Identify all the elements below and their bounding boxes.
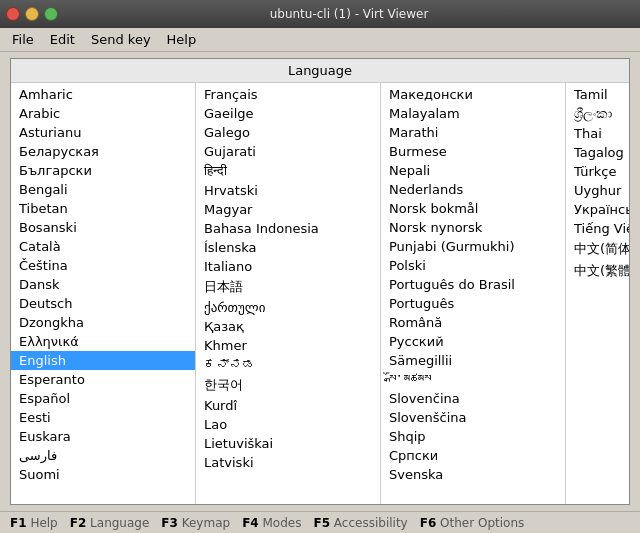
list-item[interactable]: Slovenščina (381, 408, 565, 427)
list-item[interactable]: Polski (381, 256, 565, 275)
menu-edit[interactable]: Edit (42, 30, 83, 49)
menu-sendkey[interactable]: Send key (83, 30, 159, 49)
list-item[interactable]: Íslenska (196, 238, 380, 257)
list-item[interactable]: Tagalog (566, 143, 629, 162)
list-item[interactable]: Ελληνικά (11, 332, 195, 351)
list-item[interactable]: Shqip (381, 427, 565, 446)
list-item[interactable]: Slovenčina (381, 389, 565, 408)
list-item[interactable]: Tamil (566, 85, 629, 104)
list-item[interactable]: Amharic (11, 85, 195, 104)
list-item[interactable]: Nederlands (381, 180, 565, 199)
list-item[interactable]: Tiếng Việt (566, 219, 629, 238)
list-item[interactable]: Eesti (11, 408, 195, 427)
list-item[interactable]: Português do Brasil (381, 275, 565, 294)
list-item[interactable]: ශ්‍රීලංකා (566, 104, 629, 124)
menu-file[interactable]: File (4, 30, 42, 49)
list-item[interactable]: Burmese (381, 142, 565, 161)
list-item[interactable]: 日本語 (196, 276, 380, 298)
list-item[interactable]: Asturianu (11, 123, 195, 142)
list-item[interactable]: Български (11, 161, 195, 180)
list-item[interactable]: Hrvatski (196, 181, 380, 200)
list-item[interactable]: Punjabi (Gurmukhi) (381, 237, 565, 256)
status-f6: F6 Other Options (414, 516, 531, 530)
list-item[interactable]: 中文(繁體) (566, 260, 629, 282)
list-item[interactable]: Latviski (196, 453, 380, 472)
list-item[interactable]: Français (196, 85, 380, 104)
list-item[interactable]: Bahasa Indonesia (196, 219, 380, 238)
list-item[interactable]: Nepali (381, 161, 565, 180)
status-f2: F2 Language (64, 516, 156, 530)
list-item[interactable]: ಕನ್ನಡ (196, 355, 380, 374)
content-area: Language Amharic Arabic Asturianu Белару… (0, 52, 640, 511)
language-grid: Amharic Arabic Asturianu Беларуская Бълг… (11, 83, 629, 504)
status-f3: F3 Keymap (155, 516, 236, 530)
list-item[interactable]: Italiano (196, 257, 380, 276)
list-item[interactable]: Malayalam (381, 104, 565, 123)
menu-help[interactable]: Help (159, 30, 205, 49)
list-item[interactable]: ქართული (196, 298, 380, 317)
list-item[interactable]: Қазақ (196, 317, 380, 336)
list-item[interactable]: Português (381, 294, 565, 313)
list-item[interactable]: فارسی (11, 446, 195, 465)
window-controls (6, 7, 58, 21)
list-item[interactable]: Kurdî (196, 396, 380, 415)
menubar: File Edit Send key Help (0, 28, 640, 52)
list-item[interactable]: Gaeilge (196, 104, 380, 123)
list-item[interactable]: Српски (381, 446, 565, 465)
list-item[interactable]: Svenska (381, 465, 565, 484)
close-button[interactable] (6, 7, 20, 21)
list-item[interactable]: Dansk (11, 275, 195, 294)
list-item[interactable]: Lao (196, 415, 380, 434)
panel-header: Language (11, 59, 629, 83)
list-item[interactable]: Català (11, 237, 195, 256)
list-item[interactable]: Македонски (381, 85, 565, 104)
list-item[interactable]: Galego (196, 123, 380, 142)
list-item[interactable]: Español (11, 389, 195, 408)
list-item[interactable]: Gujarati (196, 142, 380, 161)
list-item[interactable]: Tibetan (11, 199, 195, 218)
list-item[interactable]: Lietuviškai (196, 434, 380, 453)
list-item[interactable]: Русский (381, 332, 565, 351)
status-f4: F4 Modes (236, 516, 307, 530)
list-item[interactable]: 한국어 (196, 374, 380, 396)
list-item[interactable]: Uyghur (566, 181, 629, 200)
language-column-4: Tamil ශ්‍රීලංකා Thai Tagalog Türkçe Uygh… (566, 83, 629, 504)
list-item[interactable]: Marathi (381, 123, 565, 142)
list-item[interactable]: Esperanto (11, 370, 195, 389)
list-item[interactable]: Sämegillii (381, 351, 565, 370)
list-item[interactable]: Українська (566, 200, 629, 219)
status-f1: F1 Help (4, 516, 64, 530)
list-item[interactable]: Беларуская (11, 142, 195, 161)
list-item[interactable]: Deutsch (11, 294, 195, 313)
list-item[interactable]: Dzongkha (11, 313, 195, 332)
list-item[interactable]: Khmer (196, 336, 380, 355)
language-column-3: Македонски Malayalam Marathi Burmese Nep… (381, 83, 566, 504)
list-item[interactable]: Bengali (11, 180, 195, 199)
list-item[interactable]: हिन्दी (196, 161, 380, 181)
list-item[interactable]: Čeština (11, 256, 195, 275)
window: ubuntu-cli (1) - Virt Viewer File Edit S… (0, 0, 640, 533)
list-item[interactable]: Bosanski (11, 218, 195, 237)
list-item-english[interactable]: English (11, 351, 195, 370)
language-panel: Language Amharic Arabic Asturianu Белару… (10, 58, 630, 505)
language-column-1: Amharic Arabic Asturianu Беларуская Бълг… (11, 83, 196, 504)
list-item[interactable]: Euskara (11, 427, 195, 446)
list-item[interactable]: Magyar (196, 200, 380, 219)
language-column-2: Français Gaeilge Galego Gujarati हिन्दी … (196, 83, 381, 504)
list-item[interactable]: Thai (566, 124, 629, 143)
window-title: ubuntu-cli (1) - Virt Viewer (64, 7, 634, 21)
maximize-button[interactable] (44, 7, 58, 21)
statusbar: F1 Help F2 Language F3 Keymap F4 Modes F… (0, 511, 640, 533)
titlebar: ubuntu-cli (1) - Virt Viewer (0, 0, 640, 28)
minimize-button[interactable] (25, 7, 39, 21)
list-item[interactable]: 中文(简体) (566, 238, 629, 260)
list-item[interactable]: Türkçe (566, 162, 629, 181)
list-item[interactable]: Română (381, 313, 565, 332)
list-item[interactable]: Norsk bokmål (381, 199, 565, 218)
status-f5: F5 Accessibility (307, 516, 413, 530)
list-item[interactable]: Norsk nynorsk (381, 218, 565, 237)
list-item[interactable]: སྒོ་མཚམས (381, 370, 565, 389)
list-item[interactable]: Arabic (11, 104, 195, 123)
list-item[interactable]: Suomi (11, 465, 195, 484)
